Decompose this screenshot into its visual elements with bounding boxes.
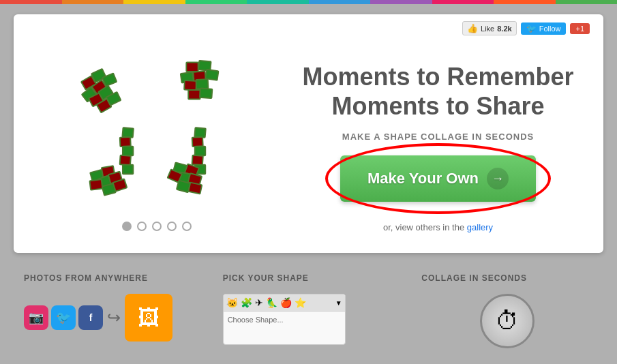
features-row: PHOTOS FROM ANYWHERE 📷 🐦 f ↪ 🖼 PICK YOUR… (14, 267, 603, 362)
cta-label: Make Your Own (367, 170, 479, 187)
svg-rect-19 (120, 137, 131, 147)
dot-4[interactable] (167, 222, 177, 231)
hero-title: Moments to Remember Moments to Share (300, 62, 576, 121)
hero-subtitle: MAKE A SHAPE COLLAGE IN SECONDS (300, 132, 576, 142)
svg-rect-24 (192, 137, 203, 147)
twitter-small-icon: 🐦 (51, 305, 76, 330)
svg-rect-32 (89, 179, 102, 189)
star-icon: ⭐ (295, 297, 306, 308)
dot-5[interactable] (182, 222, 192, 231)
gplus-button[interactable]: +1 (570, 23, 590, 34)
svg-rect-9 (186, 63, 198, 72)
like-count: 8.2k (497, 25, 511, 33)
svg-rect-41 (188, 183, 202, 194)
pagination-dots (122, 222, 192, 231)
feature-collage: COLLAGE IN SECONDS ⏱ (411, 267, 603, 355)
plane-icon: ✈ (255, 297, 263, 308)
cta-wrapper: Make Your Own → (340, 155, 536, 202)
svg-rect-25 (195, 147, 205, 155)
svg-rect-21 (120, 155, 131, 166)
facebook-like-button[interactable]: 👍 Like 8.2k (462, 21, 517, 35)
svg-rect-22 (123, 165, 133, 174)
svg-rect-15 (196, 79, 208, 89)
feature-photos-title: PHOTOS FROM ANYWHERE (24, 273, 196, 283)
puzzle-icon: 🧩 (241, 297, 252, 308)
apple-icon: 🍎 (280, 297, 292, 308)
svg-rect-16 (188, 90, 200, 99)
social-buttons-row: 👍 Like 8.2k 🐦 Follow +1 (462, 21, 590, 35)
arrow-curve: ↪ (107, 308, 121, 327)
feature-shape: PICK YOUR SHAPE 🐱 🧩 ✈ 🦜 🍎 ⭐ ▼ Choose Sha… (213, 267, 405, 355)
scroll-icon: ▼ (335, 299, 342, 307)
shape-picker-toolbar: 🐱 🧩 ✈ 🦜 🍎 ⭐ ▼ (224, 294, 345, 312)
collage-area (27, 36, 286, 231)
feature-shape-title: PICK YOUR SHAPE (223, 273, 395, 283)
svg-rect-14 (184, 80, 196, 90)
shape-picker[interactable]: 🐱 🧩 ✈ 🦜 🍎 ⭐ ▼ Choose Shape... (223, 294, 346, 345)
dot-3[interactable] (152, 222, 162, 231)
rainbow-bar (0, 0, 617, 4)
feature-photos: PHOTOS FROM ANYWHERE 📷 🐦 f ↪ 🖼 (14, 267, 206, 355)
facebook-small-icon: f (78, 305, 103, 330)
feature-collage-title: COLLAGE IN SECONDS (421, 273, 593, 283)
twitter-follow-button[interactable]: 🐦 Follow (521, 22, 567, 35)
hero-title-line1: Moments to Remember (302, 63, 573, 91)
twitter-icon: 🐦 (526, 24, 537, 33)
hero-content: 👍 Like 8.2k 🐦 Follow +1 Moments to Remem… (286, 28, 590, 239)
bird-icon: 🦜 (266, 297, 277, 308)
dot-2[interactable] (137, 222, 147, 231)
thumbs-up-icon: 👍 (467, 23, 478, 33)
svg-rect-20 (123, 147, 133, 155)
cat-icon: 🐱 (226, 297, 238, 308)
svg-rect-26 (192, 155, 203, 166)
svg-rect-23 (194, 127, 206, 138)
clock-icon: ⏱ (480, 294, 535, 348)
arrow-icon: → (487, 168, 509, 189)
like-label: Like (481, 25, 494, 33)
follow-label: Follow (539, 25, 561, 33)
svg-rect-18 (122, 127, 134, 138)
main-container: 👍 Like 8.2k 🐦 Follow +1 Moments to Remem… (0, 4, 617, 364)
add-photo-button[interactable]: 🖼 (125, 294, 172, 342)
gplus-label: +1 (575, 25, 584, 33)
hero-title-line2: Moments to Share (331, 92, 544, 120)
dot-1[interactable] (122, 222, 132, 231)
shape-picker-body: Choose Shape... (224, 312, 345, 328)
gallery-link-text: or, view others in the gallery (300, 222, 576, 232)
svg-rect-17 (200, 89, 212, 99)
collage-image (48, 36, 266, 213)
hero-card: 👍 Like 8.2k 🐦 Follow +1 Moments to Remem… (14, 14, 603, 253)
make-your-own-button[interactable]: Make Your Own → (340, 155, 536, 202)
gallery-link[interactable]: gallery (467, 222, 493, 232)
instagram-icon: 📷 (24, 305, 48, 330)
